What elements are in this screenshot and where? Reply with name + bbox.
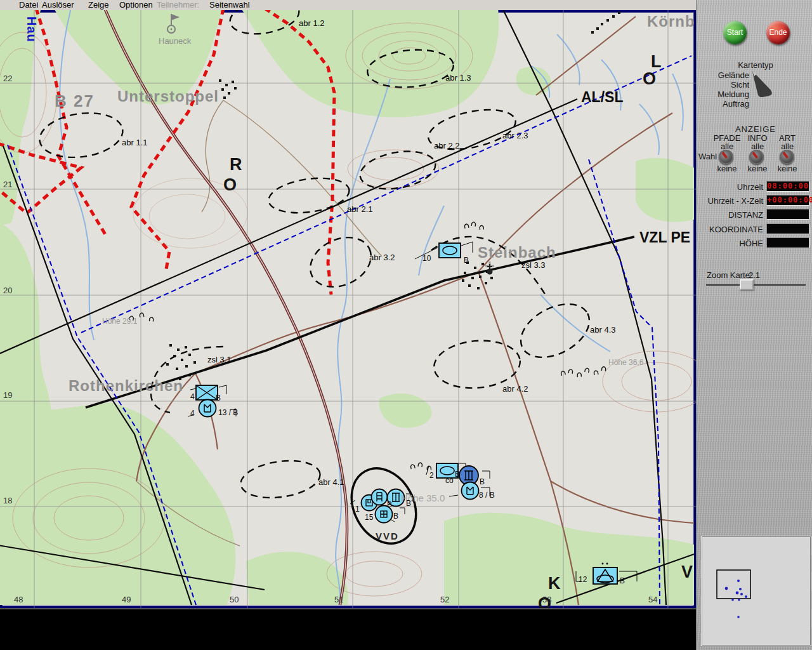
uhrzeit-label: Uhrzeit [697,182,763,192]
koordinate-label: KOORDINATE [697,225,763,234]
ende-button[interactable]: Ende [766,21,790,44]
zoom-karte-label: Zoom Karte: [707,270,752,280]
distanz-label: DISTANZ [697,210,763,220]
anzeige-title: ANZEIGE [730,124,781,134]
menu-datei[interactable]: Datei [19,1,38,10]
menu-ausloeser[interactable]: Auslöser [42,1,74,10]
anzeige-wahl-label: Wahl [698,152,717,161]
menu-zeige[interactable]: Zeige [88,1,109,10]
kartentyp-pointer-pen-icon [749,69,777,99]
zoom-slider-track[interactable] [706,284,806,286]
xzeit-display: +00:00:00 [766,195,809,206]
unit-cluster-ladder[interactable] [372,489,388,505]
hoehe-display [766,237,809,248]
application-window: Datei Auslöser Zeige Optionen Teilnehmer… [0,0,812,650]
menu-bar: Datei Auslöser Zeige Optionen Teilnehmer… [0,0,696,10]
menu-teilnehmer: Teilnehmer: [157,1,199,10]
kartentyp-option-gelaende[interactable]: Gelände [705,70,749,80]
unit-armor-2[interactable] [436,463,458,478]
unit-armor-steinbach[interactable] [439,243,461,258]
minimap-viewport-rect[interactable] [717,570,750,599]
menu-optionen[interactable]: Optionen [119,1,153,10]
unit-cluster-window[interactable] [376,506,393,523]
unit-cluster-lattice[interactable] [388,489,405,507]
overview-minimap[interactable] [701,536,811,646]
start-button[interactable]: Start [723,21,747,44]
koordinate-display [766,223,809,234]
zoom-slider-thumb[interactable] [740,279,754,290]
zoom-karte-value: 2.1 [749,270,760,280]
tactical-map[interactable]: Unterstoppel Steinbach Rothenkirchen Kör… [0,10,696,608]
kartentyp-option-auftrag[interactable]: Auftrag [705,99,749,109]
unit-mortar-8[interactable] [462,482,479,500]
map-canvas [0,10,696,608]
pfade-knob[interactable] [719,150,733,164]
console-output-area [0,608,696,650]
art-knob[interactable] [780,150,794,164]
kartentyp-option-meldung[interactable]: Meldung [705,90,749,99]
info-knob[interactable] [749,150,764,164]
kartentyp-option-sicht[interactable]: Sicht [705,80,749,90]
control-sidebar: Start Ende Kartentyp Gelände Sicht Meldu… [696,0,812,650]
minimap-canvas [702,536,811,646]
distanz-display [766,209,809,220]
unit-infantry-rothenkirchen[interactable] [196,385,218,400]
uhrzeit-display: 08:00:00 [766,181,809,192]
menu-seitenwahl[interactable]: Seitenwahl [209,1,250,10]
unit-mortar-rothenkirchen[interactable] [199,400,216,417]
anzeige-keine-art: keine [769,164,805,173]
hoehe-label: HÖHE [697,239,763,248]
xzeit-label: Uhrzeit - X-Zeit [697,196,763,206]
